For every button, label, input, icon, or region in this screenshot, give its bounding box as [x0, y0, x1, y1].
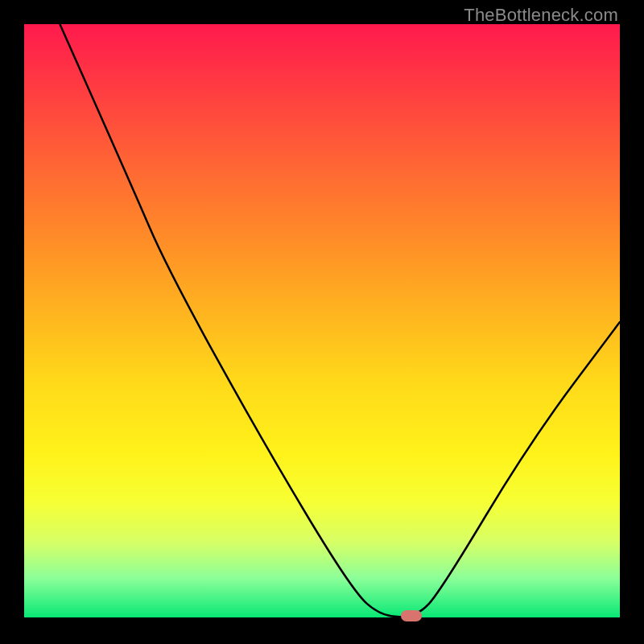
optimal-point-marker: [401, 610, 422, 621]
bottleneck-curve: [24, 24, 620, 620]
chart-frame: TheBottleneck.com: [0, 0, 644, 644]
curve-path: [60, 24, 620, 617]
watermark-text: TheBottleneck.com: [464, 5, 618, 26]
plot-area: [24, 24, 620, 620]
